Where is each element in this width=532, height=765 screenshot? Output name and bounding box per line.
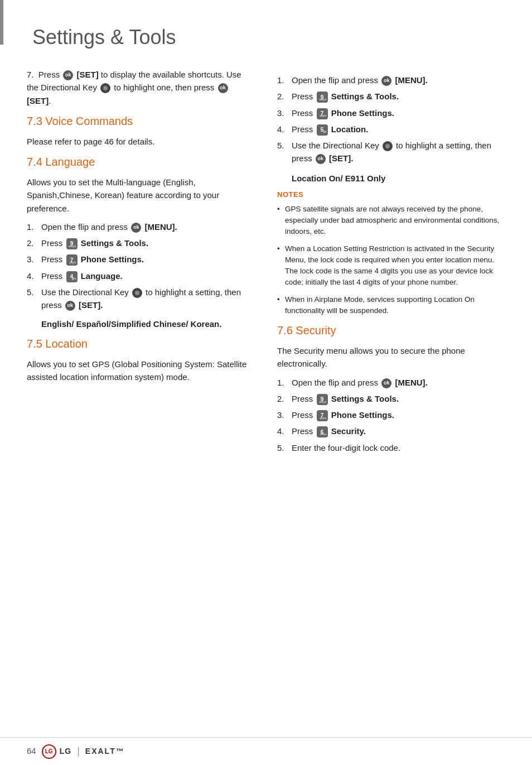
note-item-2: When a Location Setting Restriction is a…: [277, 243, 505, 288]
step-75-5: 5. Use the Directional Key to highlight …: [277, 139, 505, 165]
step-num: 2.: [277, 392, 288, 405]
step-content: Press 5jkl Location.: [292, 123, 505, 136]
step-74-5: 5. Use the Directional Key to highlight …: [27, 286, 255, 312]
step-content: Press 7pqrs Phone Settings.: [292, 107, 505, 119]
section-74-heading: 7.4 Language: [27, 153, 255, 170]
step-75-4: 4. Press 5jkl Location.: [277, 123, 505, 136]
right-column: 1. Open the flip and press ok [MENU]. 2.…: [277, 68, 505, 461]
page-title: Settings & Tools: [32, 22, 505, 52]
directional-key-icon-3: [383, 141, 393, 151]
num-badge-5: 5jkl: [317, 124, 328, 136]
step-74-3: 3. Press 7pqrs Phone Settings.: [27, 253, 255, 266]
num-badge-9: 9wxyz: [66, 238, 78, 249]
footer: 64 LG LG | EXALT™: [0, 737, 532, 765]
num-badge-9b: 9wxyz: [317, 92, 328, 103]
step-76-3: 3. Press 7pqrs Phone Settings.: [277, 408, 505, 421]
step-content: Open the flip and press ok [MENU].: [41, 220, 255, 233]
step-74-4: 4. Press 4ghi Language.: [27, 270, 255, 282]
num-badge-7b: 7pqrs: [317, 108, 328, 119]
step-content: Press 4ghi Language.: [41, 270, 255, 282]
ok-key-icon-5: ok: [381, 76, 391, 86]
step-num: 3.: [277, 107, 288, 119]
step-content: Press 7pqrs Phone Settings.: [41, 253, 255, 266]
step-76-5: 5. Enter the four-digit lock code.: [277, 441, 505, 454]
num-badge-4: 4ghi: [66, 271, 78, 282]
num-badge-9c: 9wxyz: [317, 394, 328, 405]
step-num: 1.: [277, 376, 288, 389]
ok-key-icon: ok: [63, 70, 73, 80]
step-num: 3.: [27, 253, 38, 266]
section-74-steps: 1. Open the flip and press ok [MENU]. 2.…: [27, 220, 255, 312]
lg-logo-icon: LG: [42, 744, 56, 759]
notes-heading: NOTES: [277, 189, 505, 200]
location-subheading-block: Location On/ E911 Only: [292, 172, 505, 185]
section-74-intro: Allows you to set the Multi-language (En…: [27, 176, 255, 215]
step-content: Press 9wxyz Settings & Tools.: [292, 90, 505, 103]
step-74-2: 2. Press 9wxyz Settings & Tools.: [27, 237, 255, 249]
num-badge-6: 6mno: [317, 426, 328, 437]
note-item-3: When in Airplane Mode, services supporti…: [277, 294, 505, 317]
step-74-1: 1. Open the flip and press ok [MENU].: [27, 220, 255, 233]
section-75-steps: 1. Open the flip and press ok [MENU]. 2.…: [277, 74, 505, 165]
step-num: 2.: [277, 90, 288, 103]
item7-text: 7. Press ok [SET] to display the availab…: [27, 68, 255, 107]
separator-icon: |: [77, 744, 80, 759]
note-item-1: GPS satellite signals are not always rec…: [277, 204, 505, 238]
directional-key-icon: [100, 83, 110, 93]
step-num: 5.: [277, 139, 288, 165]
step-76-2: 2. Press 9wxyz Settings & Tools.: [277, 392, 505, 405]
step-content: Open the flip and press ok [MENU].: [292, 74, 505, 86]
section-74-subheading: English/ Español/Simplified Chinese/ Kor…: [41, 319, 221, 329]
step-num: 3.: [277, 408, 288, 421]
ok-key-icon-6: ok: [316, 154, 326, 164]
page-container: Settings & Tools 7. Press ok [SET] to di…: [0, 0, 532, 765]
step-num: 4.: [277, 425, 288, 437]
step-num: 5.: [277, 441, 288, 454]
section-75-heading: 7.5 Location: [27, 335, 255, 352]
step-76-4: 4. Press 6mno Security.: [277, 425, 505, 437]
product-name: EXALT™: [85, 745, 125, 757]
step-content: Use the Directional Key to highlight a s…: [292, 139, 505, 165]
footer-logo-area: LG LG | EXALT™: [42, 744, 125, 759]
ok-key-icon-7: ok: [381, 378, 391, 388]
section-76: 7.6 Security The Security menu allows yo…: [277, 322, 505, 454]
step-num: 2.: [27, 237, 38, 249]
step-75-3: 3. Press 7pqrs Phone Settings.: [277, 107, 505, 119]
step-content: Enter the four-digit lock code.: [292, 441, 505, 454]
section-75: 7.5 Location Allows you to set GPS (Glob…: [27, 335, 255, 384]
location-subheading: Location On/ E911 Only: [292, 172, 505, 185]
notes-section: NOTES GPS satellite signals are not alwa…: [277, 189, 505, 316]
directional-key-icon-2: [132, 288, 142, 298]
section-73-body: Please refer to page 46 for details.: [27, 135, 255, 148]
section-76-steps: 1. Open the flip and press ok [MENU]. 2.…: [277, 376, 505, 454]
step-content: Press 9wxyz Settings & Tools.: [41, 237, 255, 249]
ok-key-icon-2: ok: [218, 83, 228, 93]
two-column-layout: 7. Press ok [SET] to display the availab…: [27, 68, 505, 461]
num-badge-7c: 7pqrs: [317, 410, 328, 421]
section-75-steps-cont: 1. Open the flip and press ok [MENU]. 2.…: [277, 74, 505, 316]
num-badge-7: 7pqrs: [66, 254, 78, 266]
notes-list: GPS satellite signals are not always rec…: [277, 204, 505, 316]
brand-name: LG: [60, 745, 71, 757]
section-76-heading: 7.6 Security: [277, 322, 505, 339]
left-column: 7. Press ok [SET] to display the availab…: [27, 68, 255, 461]
section-73: 7.3 Voice Commands Please refer to page …: [27, 113, 255, 148]
step-num: 4.: [277, 123, 288, 136]
section-76-intro: The Security menu allows you to secure t…: [277, 344, 505, 371]
step-content: Press 7pqrs Phone Settings.: [292, 408, 505, 421]
footer-page-number: 64: [27, 745, 36, 758]
step-75-2: 2. Press 9wxyz Settings & Tools.: [277, 90, 505, 103]
ok-key-icon-4: ok: [65, 301, 75, 311]
step-75-1: 1. Open the flip and press ok [MENU].: [277, 74, 505, 86]
ok-key-icon-3: ok: [131, 223, 141, 233]
step-num: 1.: [27, 220, 38, 233]
step-content: Use the Directional Key to highlight a s…: [41, 286, 255, 312]
step-content: Open the flip and press ok [MENU].: [292, 376, 505, 389]
step-content: Press 9wxyz Settings & Tools.: [292, 392, 505, 405]
step-num: 5.: [27, 286, 38, 312]
step-content: Press 6mno Security.: [292, 425, 505, 437]
section-75-intro: Allows you to set GPS (Global Positionin…: [27, 358, 255, 384]
section-74-sub: English/ Español/Simplified Chinese/ Kor…: [41, 318, 255, 331]
step-num: 1.: [277, 74, 288, 86]
step-76-1: 1. Open the flip and press ok [MENU].: [277, 376, 505, 389]
